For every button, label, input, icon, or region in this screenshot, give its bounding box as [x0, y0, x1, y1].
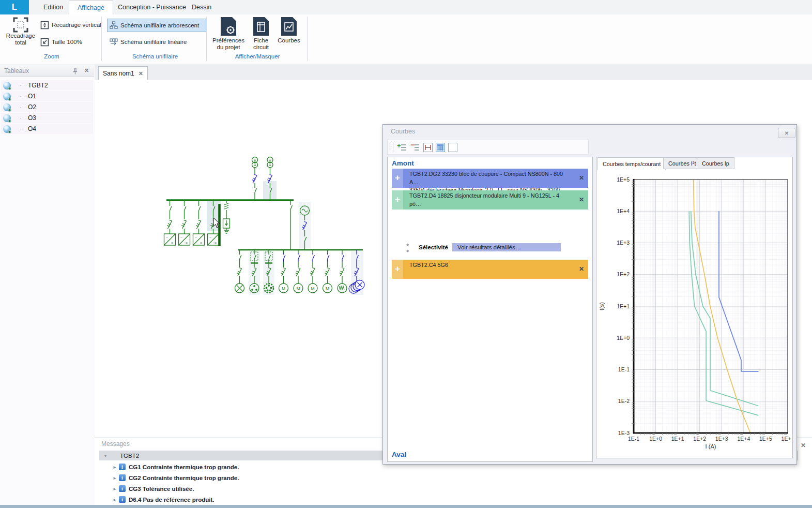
message-row[interactable]: ▸ i CG1 Contrainte thermique trop grande… — [99, 461, 239, 472]
svg-text:1E-1: 1E-1 — [628, 436, 639, 442]
schema-arborescent-button[interactable]: Schéma unifilaire arborescent — [107, 19, 206, 32]
recadrage-total-icon — [13, 17, 28, 33]
feeder-motor[interactable]: M — [294, 250, 303, 293]
schema-lineaire-icon — [110, 38, 118, 46]
recadrage-vertical-button[interactable]: Recadrage vertical — [40, 19, 101, 31]
remove-entry-icon[interactable]: ✕ — [579, 174, 584, 183]
dialog-close-button[interactable]: ✕ — [778, 128, 795, 138]
feeder-heater[interactable] — [338, 250, 347, 293]
curve-entry-modular-breaker[interactable]: + TGBT2.D4 18825 disjoncteur modulaire M… — [392, 190, 588, 210]
sidebar-item-o2[interactable]: O2 — [1, 102, 93, 112]
pin-icon[interactable] — [72, 68, 78, 74]
time-current-chart[interactable]: 1E+51E+41E+31E+21E+11E+01E-11E-21E-31E-1… — [597, 170, 791, 457]
document-tab-bar — [95, 65, 812, 80]
sidebar-item-label: O1 — [28, 93, 36, 100]
curve-entry-line: TGBT2.C4 5G6 — [409, 261, 570, 270]
sidebar-item-o1[interactable]: O1 — [1, 91, 93, 101]
svg-text:1E+1: 1E+1 — [617, 303, 630, 309]
sidebar-item-o3[interactable]: O3 — [1, 113, 93, 123]
feeder-to-subboard[interactable] — [290, 200, 292, 250]
surge-arrester[interactable] — [223, 200, 230, 233]
sidebar-item-tgbt2[interactable]: TGBT2 — [1, 80, 93, 91]
taille-100-label: Taille 100% — [52, 39, 82, 45]
selectivite-details-link[interactable]: Voir résultats détaillés… — [452, 243, 561, 251]
courbes-button-label: Courbes — [277, 37, 301, 44]
curve-entry-line: TGBT2.DG2 33230 bloc de coupure - Compac… — [409, 170, 570, 186]
expand-plus-icon[interactable]: + — [392, 260, 403, 279]
tab-courbes-i2t[interactable]: Courbes I²t — [663, 157, 701, 169]
blank-view-icon[interactable] — [448, 143, 457, 152]
feeder-converter[interactable]: ~ = — [179, 200, 190, 245]
courbes-dialog[interactable]: Courbes ✕ + − Amont + TGBT2.DG2 33230 bl… — [382, 124, 797, 465]
curve-entry-upstream-breaker[interactable]: + TGBT2.DG2 33230 bloc de coupure - Comp… — [392, 169, 588, 188]
svg-text:1E+4: 1E+4 — [617, 208, 630, 214]
messages-close-icon[interactable]: ✕ — [801, 442, 806, 449]
expand-plus-icon[interactable]: + — [392, 169, 403, 188]
svg-text:t(s): t(s) — [599, 302, 605, 310]
svg-text:=: = — [200, 241, 202, 245]
single-line-diagram[interactable]: ~ = ~ = ~ = ~ = — [155, 150, 372, 305]
expand-icon[interactable]: ▸ — [112, 475, 118, 481]
taille-100-button[interactable]: Taille 100% — [40, 36, 82, 48]
feeder-lamp[interactable] — [235, 250, 244, 293]
svg-text:M: M — [282, 286, 285, 291]
svg-text:M: M — [311, 286, 314, 291]
remove-entry-icon[interactable]: ✕ — [579, 196, 584, 204]
transformer-symbol[interactable] — [252, 157, 258, 174]
svg-text:~: ~ — [166, 235, 168, 239]
tab-edition[interactable]: Edition — [35, 0, 71, 14]
group-separator — [307, 17, 308, 61]
remove-entry-icon[interactable]: ✕ — [579, 265, 584, 274]
feeder-motor[interactable]: M — [279, 250, 288, 293]
transformer-symbol[interactable] — [267, 157, 273, 174]
svg-text:1E+3: 1E+3 — [617, 240, 630, 246]
feeder-motor[interactable]: M — [323, 250, 332, 293]
tab-courbes-ip[interactable]: Courbes Ip — [697, 157, 734, 169]
preferences-projet-icon — [221, 17, 236, 36]
expand-icon[interactable]: ▸ — [112, 497, 118, 502]
collapse-icon[interactable]: ▾ — [102, 453, 109, 458]
message-row[interactable]: ▸ i CG2 Contrainte thermique trop grande… — [99, 472, 239, 483]
svg-text:1E+5: 1E+5 — [617, 176, 630, 183]
add-curve-icon[interactable]: + — [396, 142, 407, 153]
recadrage-total-button[interactable]: Recadrage total — [4, 17, 37, 46]
app-logo[interactable]: L — [0, 0, 29, 14]
recadrage-vertical-icon — [40, 21, 49, 29]
expand-icon[interactable]: ▸ — [112, 465, 118, 470]
tab-conception-puissance[interactable]: Conception - Puissance — [110, 0, 194, 14]
sidebar-item-o4[interactable]: O4 — [1, 124, 93, 134]
grid-toggle-icon[interactable] — [436, 143, 445, 152]
preferences-projet-button[interactable]: Préférences du projet — [211, 17, 246, 51]
message-text: CG1 Contrainte thermique trop grande. — [129, 464, 239, 470]
sidebar-item-label: O3 — [28, 114, 36, 122]
toolbar-grip-icon[interactable] — [390, 143, 393, 152]
expand-icon[interactable]: ▸ — [112, 486, 118, 491]
dialog-title: Courbes — [391, 128, 415, 135]
fiche-circuit-button[interactable]: Fiche circuit — [248, 17, 274, 51]
tableaux-panel-header: Tableaux ✕ — [0, 65, 94, 77]
curves-chart-pane: Courbes temps/courant Courbes I²t Courbe… — [596, 157, 793, 458]
feeder-motor[interactable]: M — [308, 250, 317, 293]
table-icon — [3, 125, 11, 133]
feeder-converter[interactable]: ~ = — [164, 200, 176, 245]
message-row[interactable]: ▸ i CG3 Tolérance utilisée. — [99, 483, 194, 494]
tableaux-close-icon[interactable]: ✕ — [84, 67, 89, 74]
document-tab[interactable]: Sans nom1 ✕ — [98, 66, 148, 80]
remove-curve-icon[interactable]: − — [410, 142, 420, 153]
zoom-group-label: Zoom — [10, 53, 93, 59]
expand-plus-icon[interactable]: + — [392, 190, 403, 210]
tab-dessin[interactable]: Dessin — [183, 0, 220, 14]
curve-entry-cable[interactable]: + TGBT2.C4 5G6 ✕ — [392, 260, 588, 279]
messages-group-label: TGBT2 — [120, 453, 139, 459]
schema-lineaire-button[interactable]: Schéma unifilaire linéaire — [107, 35, 206, 49]
markers-icon[interactable] — [423, 143, 433, 152]
tab-affichage[interactable]: Affichage — [69, 0, 113, 15]
schema-group-label: Schéma unifilaire — [112, 53, 198, 59]
message-row[interactable]: ▸ i D6.4 Pas de référence produit. — [99, 494, 215, 505]
feeder-converter[interactable]: ~ = — [193, 200, 205, 245]
svg-text:1E+5: 1E+5 — [759, 436, 772, 442]
document-tab-close-icon[interactable]: ✕ — [139, 70, 143, 77]
tab-courbes-temps-courant[interactable]: Courbes temps/courant — [597, 157, 666, 170]
courbes-button[interactable]: Courbes — [277, 17, 301, 44]
tableaux-panel-title: Tableaux — [4, 67, 29, 74]
